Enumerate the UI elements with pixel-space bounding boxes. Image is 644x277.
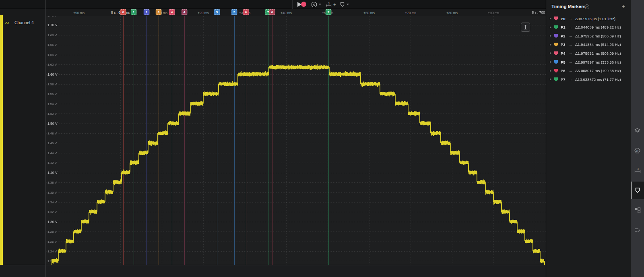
timing-marker-row-P4[interactable]: P4→Δ1.975952 ms (506.09 Hz) (546, 49, 631, 58)
bottom-strip (0, 265, 546, 277)
voltage-tick-label: 1.32 V (47, 210, 57, 214)
expand-chevron-icon[interactable] (550, 17, 551, 20)
timing-marker-flag-4[interactable]: 4 (169, 9, 175, 15)
expand-chevron-icon[interactable] (550, 61, 551, 63)
start-capture-button[interactable] (297, 1, 307, 8)
svg-text:1F: 1F (636, 149, 639, 152)
sidebar-tool-measurements[interactable]: 3 (631, 162, 644, 180)
voltage-tick-label: 1.42 V (47, 161, 57, 165)
voltage-tick-label: 1.70 V (47, 23, 58, 27)
voltage-tick-label: 1.50 V (47, 122, 58, 126)
marker-pair-label: P7 (561, 77, 567, 82)
sidebar-tool-timing-markers[interactable] (631, 182, 644, 199)
help-icon[interactable]: ? (584, 4, 589, 9)
marker-delta-value: Δ5.008017 ms (199.68 Hz) (575, 68, 621, 73)
capture-toolbar: 3 + (292, 0, 349, 9)
time-tick-label: +80 ms (446, 11, 458, 15)
timing-marker-flag-5[interactable]: 5 (214, 9, 220, 15)
timing-marker-flag-6[interactable]: 6 (243, 9, 249, 15)
channel-panel: A4 Channel 4 (0, 0, 45, 265)
timing-marker-row-P3[interactable]: P3→Δ1.941884 ms (514.96 Hz) (546, 40, 631, 49)
timeline-ruler[interactable]: +90 ms+10 ms+20 ms+30 ms+40 ms+50 ms+60 … (45, 9, 546, 16)
arrow-icon: → (569, 43, 572, 47)
time-tick-label: +90 ms (488, 11, 499, 15)
marker-pair-icon (554, 51, 558, 55)
svg-text:3: 3 (637, 167, 639, 170)
marker-pair-icon (554, 17, 558, 21)
timing-marker-flag-4[interactable]: 4 (182, 9, 188, 15)
voltage-tick-label: 1.22 V (47, 259, 57, 263)
timing-marker-flag-0[interactable]: 0 (120, 9, 126, 15)
arrow-icon: → (569, 51, 572, 55)
expand-chevron-icon[interactable] (550, 52, 551, 54)
timing-marker-row-P5[interactable]: P5→Δ2.997997 ms (333.56 Hz) (546, 58, 631, 66)
chevron-down-icon (319, 4, 321, 5)
marker-pair-label: P0 (561, 17, 567, 21)
voltage-tick-label: 1.60 V (47, 72, 58, 76)
sidebar-tool-notes[interactable] (631, 221, 644, 239)
marker-pair-label: P1 (561, 25, 567, 29)
sidebar-tool-hex-data[interactable]: 1F (631, 142, 644, 159)
marker-line-6 (272, 16, 272, 265)
expand-chevron-icon[interactable] (550, 70, 551, 72)
measure-cursor-button[interactable] (521, 23, 530, 32)
voltage-tick-label: 1.68 V (47, 33, 57, 37)
marker-line-3 (159, 16, 159, 265)
timing-marker-flag-7[interactable]: 7 (326, 9, 332, 15)
expand-chevron-icon[interactable] (550, 78, 551, 81)
marker-pair-icon (554, 25, 558, 29)
voltage-tick-label: 1.46 V (47, 141, 57, 145)
timing-marker-flag-6[interactable]: 6 (269, 9, 275, 15)
timing-marker-row-P2[interactable]: P2→Δ1.975952 ms (506.09 Hz) (546, 31, 631, 40)
logic-analyzer-app: A4 Channel 4 3 + (0, 0, 644, 277)
timing-marker-flag-5[interactable]: 5 (231, 9, 237, 15)
marker-delta-value: Δ13.933872 ms (71.77 Hz) (575, 77, 621, 82)
expand-chevron-icon[interactable] (550, 26, 551, 29)
voltage-tick-label: 1.44 V (47, 151, 57, 155)
arrow-icon: → (569, 25, 572, 29)
arrow-icon: → (569, 34, 572, 38)
expand-chevron-icon[interactable] (550, 43, 551, 46)
voltage-tick-label: 1.56 V (47, 92, 57, 96)
channel-name[interactable]: Channel 4 (14, 20, 34, 25)
marker-line-2 (147, 16, 147, 265)
expand-chevron-icon[interactable] (550, 35, 551, 37)
timing-marker-row-P0[interactable]: P0→Δ987.976 µs (1.01 kHz) (546, 14, 631, 23)
voltage-tick-label: 1.64 V (47, 53, 57, 56)
capture-settings-button[interactable] (311, 2, 321, 8)
voltage-tick-label: 1.26 V (47, 240, 57, 243)
marker-delta-value: Δ987.976 µs (1.01 kHz) (575, 17, 615, 21)
measurements-icon: 3 (634, 167, 641, 174)
channel-color-bar[interactable] (0, 15, 3, 265)
marker-line-5 (234, 16, 235, 265)
right-sidebar: 1F3 (631, 0, 644, 277)
voltage-tick-label: 1.36 V (47, 190, 57, 194)
marker-line-1 (134, 16, 134, 265)
marker-pair-icon (554, 60, 558, 64)
timing-marker-flag-2[interactable]: 2 (144, 9, 150, 15)
timing-marker-flag-3[interactable]: 3 (156, 9, 162, 15)
timing-marker-row-P7[interactable]: P7→Δ13.933872 ms (71.77 Hz) (546, 75, 631, 84)
marker-line-6 (246, 16, 246, 265)
marker-tool-button[interactable] (340, 2, 349, 7)
timing-marker-row-P1[interactable]: P1→Δ2.044089 ms (489.22 Hz) (546, 23, 631, 32)
voltage-tick-label: 1.30 V (47, 220, 58, 224)
marker-pair-label: P3 (561, 42, 567, 47)
add-measurement-button[interactable]: 3 + (325, 2, 336, 8)
marker-pair-label: P4 (561, 51, 567, 56)
voltage-tick-label: 1.66 V (47, 43, 57, 47)
waveform-chart[interactable]: 1.72 V1.70 V1.68 V1.66 V1.64 V1.62 V1.60… (45, 16, 546, 265)
timing-marker-flag-1[interactable]: 1 (131, 9, 137, 15)
panel-divider (45, 0, 46, 277)
voltage-tick-label: 1.24 V (47, 250, 57, 253)
timing-marker-row-P6[interactable]: P6→Δ5.008017 ms (199.68 Hz) (546, 66, 631, 75)
sidebar-tool-layers[interactable] (631, 122, 644, 140)
sidebar-tool-extensions[interactable] (631, 201, 644, 219)
top-strip: 3 + (0, 0, 546, 9)
add-marker-button[interactable]: + (622, 3, 625, 10)
marker-delta-value: Δ1.975952 ms (506.09 Hz) (575, 34, 621, 38)
voltage-tick-label: 1.48 V (47, 132, 57, 135)
layers-icon (634, 128, 641, 134)
hex-data-icon: 1F (634, 147, 641, 154)
marker-line-5 (217, 16, 217, 265)
